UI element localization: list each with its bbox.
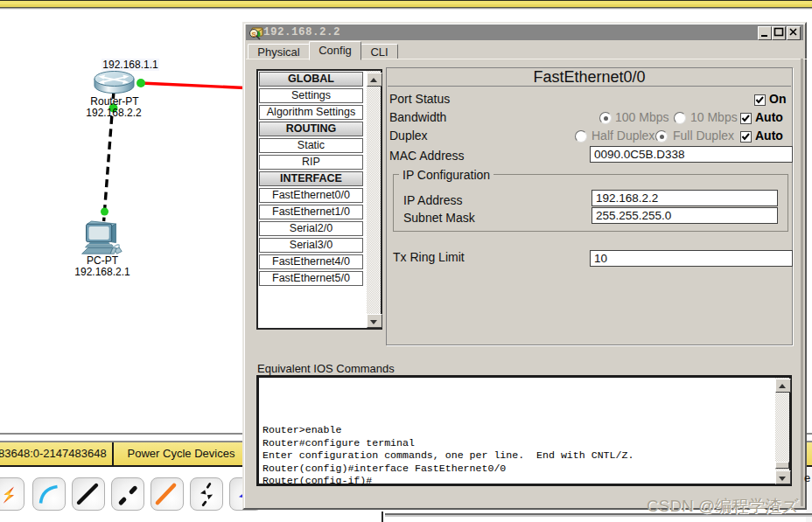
svg-text:S: S: [252, 31, 257, 38]
